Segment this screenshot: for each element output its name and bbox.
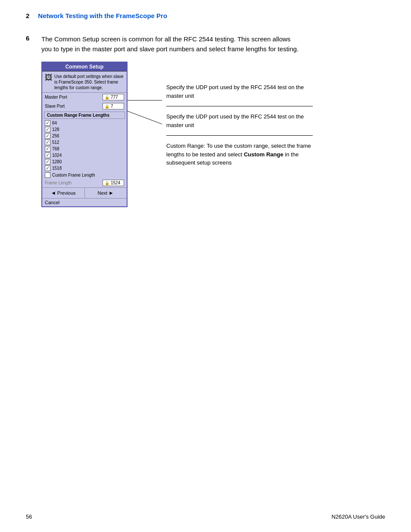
step-text: The Common Setup screen is common for al… — [41, 34, 300, 54]
annotation-3: Custom Range: To use the custom range, s… — [166, 142, 313, 173]
checkbox-row-1: ✓128 — [42, 126, 127, 133]
input-icon: 🔒 — [105, 95, 109, 100]
checkbox-label-1518: 1518 — [52, 166, 62, 171]
checkbox-768[interactable]: ✓ — [45, 146, 50, 152]
checkbox-512[interactable]: ✓ — [45, 140, 50, 145]
checkbox-label-256: 256 — [52, 134, 59, 138]
next-button[interactable]: Next ► — [85, 188, 127, 198]
screen-info-row: 🖼 Use default port settings when slave i… — [42, 72, 127, 93]
cancel-button-row[interactable]: Cancel — [42, 198, 127, 206]
previous-button[interactable]: ◄ Previous — [42, 188, 85, 198]
screen-title: Common Setup — [42, 62, 127, 72]
checkboxes-container: ✓64✓128✓256✓512✓768✓1024✓1280✓1518 — [42, 120, 127, 171]
step-6-row: 6 The Common Setup screen is common for … — [26, 34, 385, 54]
chapter-number: 2 — [26, 12, 29, 19]
checkbox-128[interactable]: ✓ — [45, 127, 50, 132]
annotation-1: Specify the UDP port used by the RFC 254… — [166, 83, 313, 106]
custom-range-bold: Custom Range — [244, 151, 283, 158]
checkbox-label-1024: 1024 — [52, 153, 62, 158]
main-content: 6 The Common Setup screen is common for … — [26, 34, 385, 225]
slave-port-value: 7 — [111, 104, 113, 109]
custom-frame-label: Custom Frame Length — [52, 173, 95, 177]
cancel-label: Cancel — [45, 200, 59, 205]
master-port-value: 777 — [111, 95, 118, 100]
svg-line-1 — [128, 111, 162, 124]
checkbox-1280[interactable]: ✓ — [45, 159, 50, 165]
slave-port-row: Slave Port 🔒 7 — [42, 102, 127, 111]
checkbox-label-768: 768 — [52, 146, 59, 151]
slave-port-label: Slave Port — [45, 104, 65, 109]
step-number: 6 — [26, 34, 34, 42]
master-port-input[interactable]: 🔒 777 — [103, 94, 124, 100]
checkbox-row-5: ✓1024 — [42, 152, 127, 159]
frame-length-label: Frame Length — [45, 180, 72, 185]
slave-port-input[interactable]: 🔒 7 — [103, 103, 124, 109]
checkbox-64[interactable]: ✓ — [45, 120, 50, 126]
product-name: N2620A User's Guide — [331, 513, 385, 520]
annotation-2-text: Specify the UDP port used by the RFC 254… — [166, 113, 304, 128]
checkbox-256[interactable]: ✓ — [45, 133, 50, 139]
checkbox-label-128: 128 — [52, 127, 59, 132]
checkbox-row-0: ✓64 — [42, 120, 127, 126]
screen-nav-buttons: ◄ Previous Next ► — [42, 187, 127, 198]
checkbox-row-7: ✓1518 — [42, 165, 127, 171]
page-number: 56 — [26, 513, 32, 520]
checkbox-label-512: 512 — [52, 140, 59, 145]
input-icon2: 🔒 — [105, 104, 109, 109]
custom-frame-length-row: Custom Frame Length — [42, 171, 127, 179]
next-label: Next — [97, 190, 107, 196]
chapter-title: Network Testing with the FrameScope Pro — [38, 12, 167, 19]
annotation-lines-svg — [128, 87, 162, 225]
annotation-2: Specify the UDP port used by the RFC 254… — [166, 112, 313, 136]
device-screen: Common Setup 🖼 Use default port settings… — [41, 62, 128, 207]
frame-length-value: 1524 — [111, 180, 120, 185]
checkbox-row-2: ✓256 — [42, 133, 127, 139]
info-text: Use default port settings when slave is … — [54, 74, 124, 90]
checkbox-1024[interactable]: ✓ — [45, 152, 50, 158]
custom-frame-checkbox[interactable] — [45, 172, 50, 178]
checkbox-row-6: ✓1280 — [42, 159, 127, 165]
prev-arrow-icon: ◄ — [51, 190, 56, 196]
checkbox-row-3: ✓512 — [42, 139, 127, 146]
input-icon3: 🔒 — [105, 181, 109, 185]
frame-length-row: Frame Length 🔒 1524 — [42, 179, 127, 187]
frame-length-input[interactable]: 🔒 1524 — [103, 180, 124, 186]
screenshot-annotations: Common Setup 🖼 Use default port settings… — [41, 62, 385, 225]
master-port-label: Master Port — [45, 95, 67, 100]
info-icon: 🖼 — [45, 74, 53, 81]
checkbox-1518[interactable]: ✓ — [45, 165, 50, 171]
checkbox-row-4: ✓768 — [42, 146, 127, 152]
custom-range-header: Custom Range Frame Lengths — [44, 112, 125, 119]
page-footer: 56 N2620A User's Guide — [26, 513, 385, 520]
checkbox-label-64: 64 — [52, 121, 57, 125]
checkbox-label-1280: 1280 — [52, 159, 62, 164]
previous-label: Previous — [57, 190, 76, 196]
next-arrow-icon: ► — [109, 190, 114, 196]
annotation-1-text: Specify the UDP port used by the RFC 254… — [166, 84, 304, 99]
page-header: 2 Network Testing with the FrameScope Pr… — [26, 12, 385, 19]
right-annotations: Specify the UDP port used by the RFC 254… — [166, 83, 313, 173]
master-port-row: Master Port 🔒 777 — [42, 93, 127, 102]
